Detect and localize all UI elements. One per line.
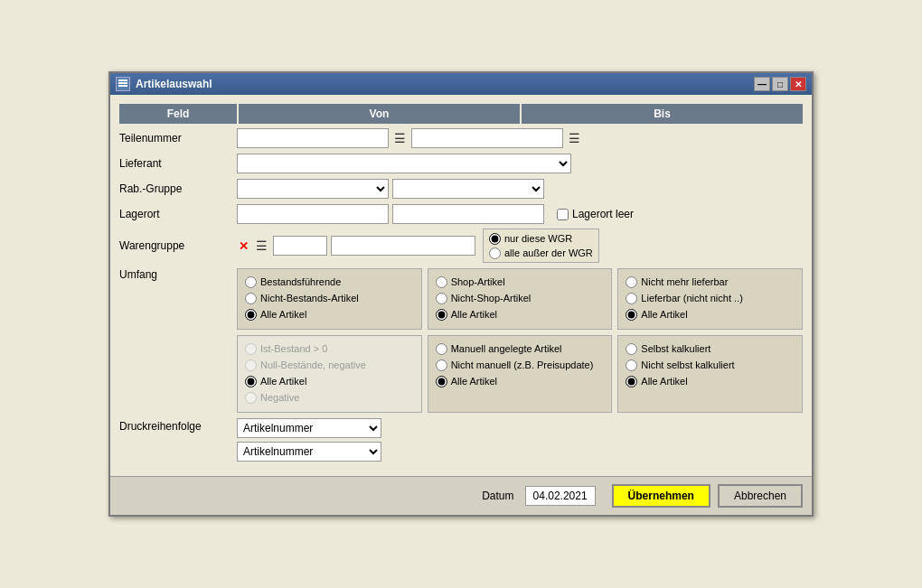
lagerort-label: Lagerort <box>119 208 237 220</box>
umfang-row-k1[interactable]: Selbst kalkuliert <box>626 341 795 356</box>
umfang-row-k2[interactable]: Nicht selbst kalkuliert <box>626 358 795 372</box>
header-feld: Feld <box>119 104 237 124</box>
kalkulation-radio2[interactable] <box>626 359 637 371</box>
istbestand-radio2 <box>245 359 257 371</box>
warengruppe-fields: ✕ ☰ nur diese WGR alle außer der WGR <box>237 229 803 263</box>
warengruppe-row: Warengruppe ✕ ☰ nur diese WGR alle außer… <box>119 229 803 263</box>
manuell-radio1[interactable] <box>436 343 447 355</box>
shop-radio1[interactable] <box>436 276 447 288</box>
window-icon <box>116 77 130 91</box>
titlebar-left: Artikelauswahl <box>116 77 212 91</box>
titlebar-controls: — □ ✕ <box>754 77 806 91</box>
umfang-row-l3[interactable]: Alle Artikel <box>626 307 795 322</box>
rabgruppe-von-select[interactable] <box>237 179 389 199</box>
umfang-row-b1[interactable]: Bestandsführende <box>245 275 414 289</box>
istbestand-radio4 <box>245 392 257 404</box>
umfang-row-s2[interactable]: Nicht-Shop-Artikel <box>436 291 605 305</box>
manuell-radio3[interactable] <box>436 376 447 387</box>
warengruppe-clear-button[interactable]: ✕ <box>237 239 250 253</box>
teilenummer-von-list-icon[interactable]: ☰ <box>392 130 408 146</box>
wgr-radio2-label[interactable]: alle außer der WGR <box>489 246 593 260</box>
rabgruppe-row: Rab.-Gruppe <box>119 178 803 200</box>
window-title: Artikelauswahl <box>136 78 212 90</box>
close-button[interactable]: ✕ <box>790 77 806 91</box>
lagerort-bis-input[interactable] <box>392 204 544 224</box>
teilenummer-bis-input[interactable] <box>411 128 563 148</box>
umfang-row-s3[interactable]: Alle Artikel <box>436 307 605 322</box>
lieferbar-radio1[interactable] <box>626 276 637 288</box>
umfang-box-kalkulation: Selbst kalkuliert Nicht selbst kalkulier… <box>617 335 803 413</box>
lagerort-leer-checkbox[interactable] <box>557 209 569 220</box>
druckreihenfolge-select1[interactable]: Artikelnummer Bezeichnung Lieferant Lage… <box>237 418 381 438</box>
lieferant-select[interactable] <box>237 154 571 173</box>
header-bis: Bis <box>522 104 803 124</box>
shop-radio2[interactable] <box>436 293 447 304</box>
kalkulation-radio3[interactable] <box>626 376 637 387</box>
teilenummer-fields: ☰ ☰ <box>237 128 803 148</box>
warengruppe-list-icon[interactable]: ☰ <box>254 238 269 254</box>
umfang-label: Umfang <box>119 268 237 413</box>
minimize-button[interactable]: — <box>754 77 770 91</box>
umfang-box-shop: Shop-Artikel Nicht-Shop-Artikel Alle Art… <box>428 268 613 330</box>
umfang-row-l2[interactable]: Lieferbar (nicht nicht ..) <box>626 291 795 305</box>
druckreihenfolge-selects: Artikelnummer Bezeichnung Lieferant Lage… <box>237 418 381 462</box>
lieferant-fields <box>237 154 803 173</box>
wgr-radio1[interactable] <box>489 233 501 245</box>
svg-rect-2 <box>118 85 127 87</box>
header-von: Von <box>239 104 520 124</box>
umfang-grid: Bestandsführende Nicht-Bestands-Artikel … <box>237 268 803 413</box>
warengruppe-radio-group: nur diese WGR alle außer der WGR <box>483 229 599 263</box>
umfang-box-lieferbar: Nicht mehr lieferbar Lieferbar (nicht ni… <box>617 268 803 330</box>
footer: Datum 04.02.2021 Übernehmen Abbrechen <box>110 476 812 515</box>
ubernehmen-button[interactable]: Übernehmen <box>612 484 710 508</box>
maximize-button[interactable]: □ <box>772 77 788 91</box>
lieferant-label: Lieferant <box>119 157 237 170</box>
datum-value: 04.02.2021 <box>525 486 596 506</box>
umfang-row-m2[interactable]: Nicht manuell (z.B. Preisupdate) <box>436 358 605 372</box>
teilenummer-von-input[interactable] <box>237 128 389 148</box>
umfang-box-manuell: Manuell angelegte Artikel Nicht manuell … <box>428 335 613 413</box>
umfang-row-i2[interactable]: Null-Bestände, negative <box>245 358 414 372</box>
umfang-row-i3[interactable]: Alle Artikel <box>245 374 414 388</box>
istbestand-radio1 <box>245 343 257 355</box>
lagerort-row: Lagerort Lagerort leer <box>119 203 803 225</box>
umfang-box-istbestand: Ist-Bestand > 0 Null-Bestände, negative … <box>237 335 422 413</box>
svg-rect-1 <box>118 82 127 84</box>
umfang-row-i4[interactable]: Negative <box>245 390 414 405</box>
wgr-radio2[interactable] <box>489 247 501 259</box>
abbrechen-button[interactable]: Abbrechen <box>718 484 803 508</box>
lieferant-row: Lieferant <box>119 153 803 174</box>
teilenummer-bis-list-icon[interactable]: ☰ <box>567 130 582 146</box>
bestands-radio1[interactable] <box>245 276 257 288</box>
druckreihenfolge-select2[interactable]: Artikelnummer Bezeichnung Lieferant Lage… <box>237 442 381 462</box>
umfang-row-i1[interactable]: Ist-Bestand > 0 <box>245 341 414 356</box>
rabgruppe-label: Rab.-Gruppe <box>119 182 237 195</box>
shop-radio3[interactable] <box>436 309 447 321</box>
umfang-row-m1[interactable]: Manuell angelegte Artikel <box>436 341 605 356</box>
umfang-row-b2[interactable]: Nicht-Bestands-Artikel <box>245 291 414 305</box>
warengruppe-med-input[interactable] <box>331 236 475 256</box>
lieferbar-radio2[interactable] <box>626 293 637 304</box>
istbestand-radio3[interactable] <box>245 376 257 387</box>
bestands-radio3[interactable] <box>245 309 257 321</box>
rabgruppe-fields <box>237 179 803 199</box>
kalkulation-radio1[interactable] <box>626 343 637 355</box>
druckreihenfolge-section: Druckreihenfolge Artikelnummer Bezeichnu… <box>119 418 803 462</box>
table-header: Feld Von Bis <box>119 104 803 124</box>
umfang-row-l1[interactable]: Nicht mehr lieferbar <box>626 275 795 289</box>
warengruppe-label: Warengruppe <box>119 239 237 252</box>
bestands-radio2[interactable] <box>245 293 257 304</box>
manuell-radio2[interactable] <box>436 359 447 371</box>
umfang-row-s1[interactable]: Shop-Artikel <box>436 275 605 289</box>
umfang-box-bestands: Bestandsführende Nicht-Bestands-Artikel … <box>237 268 422 330</box>
wgr-radio1-label[interactable]: nur diese WGR <box>489 231 593 246</box>
umfang-row-k3[interactable]: Alle Artikel <box>626 374 795 388</box>
lieferbar-radio3[interactable] <box>626 309 637 321</box>
umfang-row-m3[interactable]: Alle Artikel <box>436 374 605 388</box>
warengruppe-small-input[interactable] <box>273 236 327 256</box>
lagerort-fields: Lagerort leer <box>237 204 803 224</box>
content-area: Feld Von Bis Teilenummer ☰ ☰ Lieferant <box>110 95 812 476</box>
rabgruppe-bis-select[interactable] <box>392 179 544 199</box>
umfang-row-b3[interactable]: Alle Artikel <box>245 307 414 322</box>
lagerort-von-input[interactable] <box>237 204 389 224</box>
